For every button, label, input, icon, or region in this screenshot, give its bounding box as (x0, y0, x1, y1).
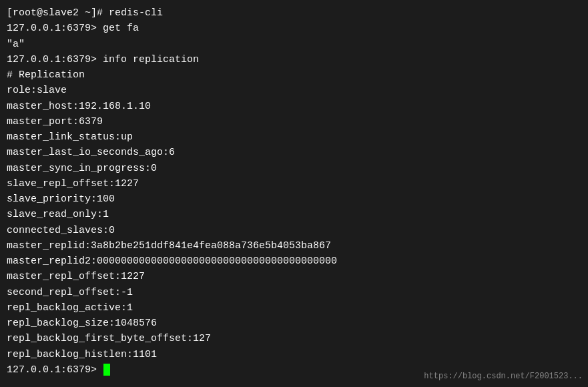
terminal-line: master_port:6379 (7, 114, 581, 129)
terminal-line: repl_backlog_first_byte_offset:127 (7, 331, 581, 346)
terminal-line: slave_read_only:1 (7, 207, 581, 222)
cursor (103, 364, 110, 376)
prompt-text: 127.0.0.1:6379> (7, 364, 103, 376)
terminal-line: master_replid2:0000000000000000000000000… (7, 254, 581, 269)
terminal-line: master_last_io_seconds_ago:6 (7, 145, 581, 160)
terminal-line: repl_backlog_histlen:1101 (7, 347, 581, 362)
terminal-line: repl_backlog_size:1048576 (7, 316, 581, 331)
terminal-line: repl_backlog_active:1 (7, 300, 581, 316)
terminal-line: 127.0.0.1:6379> get fa (7, 21, 581, 36)
terminal-line: master_replid:3a8b2be251ddf841e4fea088a7… (7, 238, 581, 254)
terminal-line: second_repl_offset:-1 (7, 285, 581, 300)
terminal-window: [root@slave2 ~]# redis-cli127.0.0.1:6379… (0, 0, 588, 387)
terminal-line: master_link_status:up (7, 129, 581, 145)
watermark: https://blog.csdn.net/F2001523... (424, 370, 583, 383)
terminal-line: connected_slaves:0 (7, 223, 581, 238)
terminal-line: # Replication (7, 67, 581, 83)
terminal-line: slave_repl_offset:1227 (7, 176, 581, 191)
terminal-line: 127.0.0.1:6379> info replication (7, 52, 581, 67)
terminal-output: [root@slave2 ~]# redis-cli127.0.0.1:6379… (7, 5, 581, 378)
terminal-line: role:slave (7, 83, 581, 98)
terminal-line: slave_priority:100 (7, 191, 581, 207)
terminal-line: "a" (7, 37, 581, 52)
terminal-line: master_sync_in_progress:0 (7, 161, 581, 176)
terminal-line: [root@slave2 ~]# redis-cli (7, 5, 581, 21)
terminal-line: master_repl_offset:1227 (7, 269, 581, 284)
terminal-line: master_host:192.168.1.10 (7, 99, 581, 114)
